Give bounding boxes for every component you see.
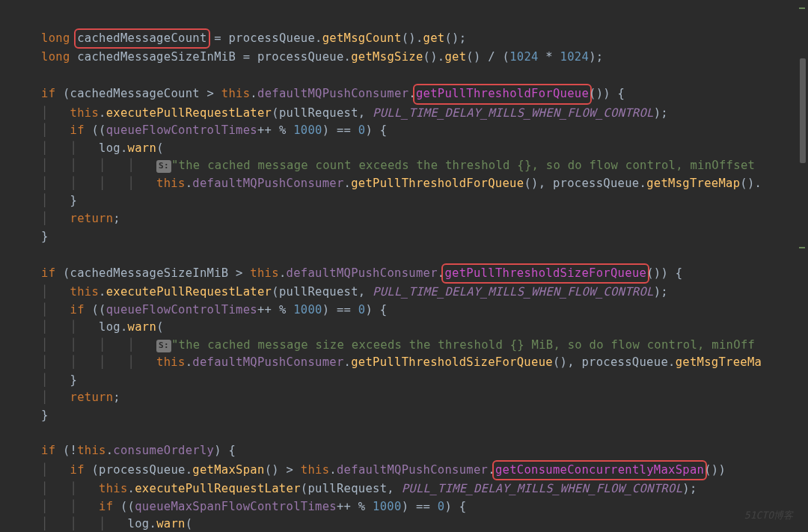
- gutter-mark: [799, 7, 805, 9]
- code-editor[interactable]: long cachedMessageCount = processQueue.g…: [0, 0, 808, 532]
- scrollbar-thumb[interactable]: [800, 58, 806, 163]
- highlight-box-3: getPullThresholdSizeForQueue: [441, 263, 649, 284]
- highlight-box-4: getConsumeConcurrentlyMaxSpan: [492, 460, 707, 481]
- inline-hint-badge: S:: [156, 160, 171, 173]
- highlight-box-2: getPullThresholdForQueue: [413, 84, 592, 105]
- watermark: 51CTO博客: [744, 508, 793, 523]
- gutter-mark: [799, 247, 805, 248]
- vertical-scrollbar[interactable]: [798, 0, 807, 532]
- keyword-long: long: [41, 31, 77, 45]
- inline-hint-badge: S:: [156, 340, 171, 352]
- highlight-box-1: cachedMessageCount: [74, 28, 209, 49]
